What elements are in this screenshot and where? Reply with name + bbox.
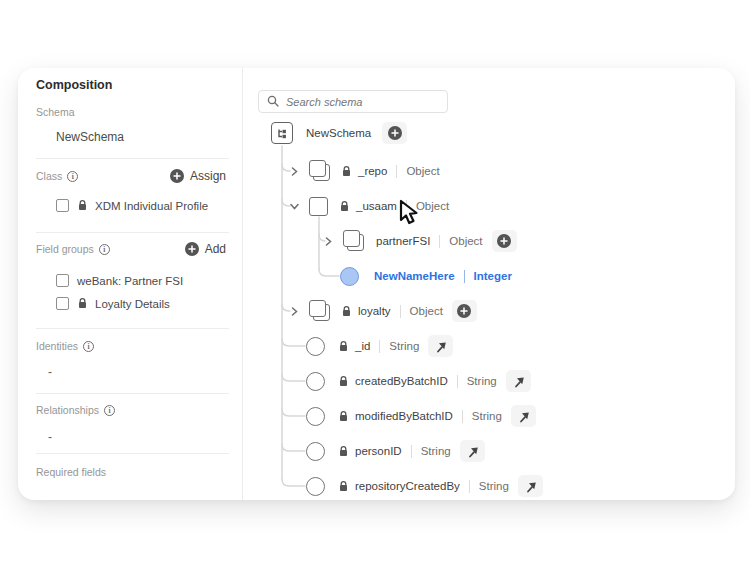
open-field-button[interactable]: [460, 440, 485, 462]
divider: [396, 165, 397, 178]
divider: [36, 232, 229, 233]
field-type: Object: [416, 200, 449, 212]
required-fields-section-label: Required fields: [36, 466, 106, 478]
field-icon: [306, 442, 325, 461]
field-name: loyalty: [358, 305, 391, 317]
tree-row[interactable]: modifiedByBatchID String: [306, 404, 536, 428]
open-field-button[interactable]: [518, 475, 543, 497]
add-field-button[interactable]: [452, 300, 477, 322]
assign-class-button[interactable]: Assign: [170, 169, 226, 183]
lock-icon: [341, 166, 351, 177]
arrow-up-right-icon: [517, 410, 530, 423]
field-type: String: [472, 410, 502, 422]
lock-icon: [77, 200, 87, 211]
field-type: Object: [406, 165, 439, 177]
field-name: partnerFSI: [376, 235, 430, 247]
field-type: Integer: [474, 270, 512, 282]
field-type: String: [467, 375, 497, 387]
field-icon-selected: [340, 267, 359, 286]
chevron-right-icon[interactable]: [290, 307, 299, 316]
open-field-button[interactable]: [511, 405, 536, 427]
tree-row[interactable]: loyalty Object: [290, 299, 477, 323]
object-stack-icon: [309, 300, 332, 322]
arrow-up-right-icon: [524, 480, 537, 493]
divider: [411, 445, 412, 458]
field-icon: [306, 407, 325, 426]
field-groups-section-label: Field groups i: [36, 243, 110, 255]
tree-row[interactable]: personID String: [306, 439, 485, 463]
schema-editor-card: Composition Schema NewSchema Class i Ass…: [18, 68, 735, 500]
field-icon: [306, 337, 325, 356]
field-group-checkbox[interactable]: [56, 297, 69, 310]
divider: [439, 235, 440, 248]
field-name: _id: [355, 340, 370, 352]
class-section-label: Class i: [36, 170, 78, 182]
field-type: String: [389, 340, 419, 352]
open-field-button[interactable]: [428, 335, 453, 357]
field-name: _repo: [358, 165, 387, 177]
plus-icon: [185, 242, 199, 256]
field-name: repositoryCreatedBy: [355, 480, 460, 492]
divider: [379, 340, 380, 353]
lock-icon: [338, 376, 348, 387]
divider: [36, 158, 229, 159]
info-icon[interactable]: i: [104, 405, 115, 416]
tree-row[interactable]: _repo Object: [290, 159, 440, 183]
lock-icon: [338, 446, 348, 457]
field-name: personID: [355, 445, 402, 457]
add-field-button[interactable]: [492, 230, 517, 252]
class-checkbox[interactable]: [56, 199, 69, 212]
chevron-right-icon[interactable]: [324, 237, 333, 246]
tree-row[interactable]: repositoryCreatedBy String: [306, 474, 543, 498]
schema-search[interactable]: [258, 90, 448, 113]
lock-icon: [77, 298, 87, 309]
tree-row[interactable]: createdByBatchID String: [306, 369, 531, 393]
panel-title: Composition: [36, 78, 112, 92]
field-group-label: weBank: Partner FSI: [77, 275, 183, 287]
object-stack-icon: [309, 160, 332, 182]
info-icon[interactable]: i: [83, 341, 94, 352]
tree-row-selected[interactable]: NewNameHere Integer: [340, 264, 512, 288]
lock-icon: [338, 481, 348, 492]
lock-icon: [339, 201, 349, 212]
relationships-section-label: Relationships i: [36, 404, 115, 416]
search-input[interactable]: [286, 96, 439, 108]
tree-row[interactable]: _usaam Object: [290, 194, 449, 218]
chevron-down-icon[interactable]: [290, 202, 299, 211]
search-icon: [267, 93, 279, 111]
plus-icon: [497, 234, 511, 248]
divider: [400, 305, 401, 318]
composition-panel: Composition Schema NewSchema Class i Ass…: [18, 68, 243, 500]
field-icon: [306, 477, 325, 496]
info-icon[interactable]: i: [67, 171, 78, 182]
lock-icon: [338, 411, 348, 422]
field-name: NewNameHere: [374, 270, 455, 282]
plus-icon: [457, 304, 471, 318]
arrow-up-right-icon: [512, 375, 525, 388]
field-type: Object: [449, 235, 482, 247]
field-group-label: Loyalty Details: [95, 298, 170, 310]
field-icon: [306, 372, 325, 391]
field-name: createdByBatchID: [355, 375, 448, 387]
info-icon[interactable]: i: [99, 244, 110, 255]
relationships-value: -: [48, 430, 52, 444]
field-name: _usaam: [356, 200, 397, 212]
divider: [469, 480, 470, 493]
schema-name-value: NewSchema: [56, 130, 124, 144]
tree-row-root[interactable]: NewSchema: [271, 121, 407, 145]
add-field-button[interactable]: [382, 122, 407, 144]
tree-row[interactable]: _id String: [306, 334, 453, 358]
divider: [36, 328, 229, 329]
divider: [406, 200, 407, 213]
divider: [36, 393, 229, 394]
add-field-group-button[interactable]: Add: [185, 242, 226, 256]
field-type: String: [479, 480, 509, 492]
tree-row[interactable]: partnerFSI Object: [324, 229, 517, 253]
chevron-right-icon[interactable]: [290, 167, 299, 176]
lock-icon: [338, 341, 348, 352]
open-field-button[interactable]: [506, 370, 531, 392]
lock-icon: [341, 306, 351, 317]
arrow-up-right-icon: [434, 340, 447, 353]
field-group-checkbox[interactable]: [56, 274, 69, 287]
schema-root-icon: [271, 122, 293, 144]
